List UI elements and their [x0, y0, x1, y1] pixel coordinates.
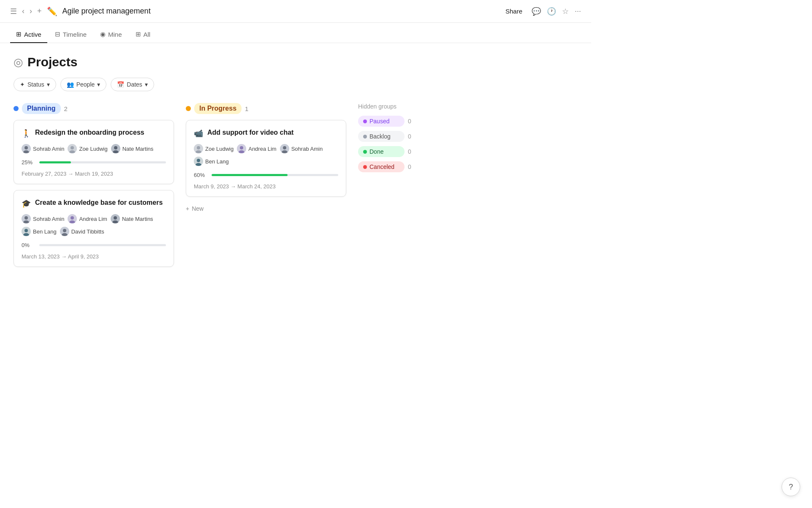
assignee2-andrea-name: Andrea Lim: [79, 216, 107, 222]
card2-progress-bar-bg: [39, 244, 166, 246]
card-icon-grad: 🎓: [22, 199, 31, 208]
done-dot: [363, 150, 367, 154]
card-redesign-onboarding[interactable]: 🚶 Redesign the onboarding process Sohrab: [14, 120, 174, 184]
avatar-nate: [111, 144, 120, 153]
avatar2-andrea: [68, 214, 77, 223]
progress-pct: 25%: [22, 159, 35, 166]
people-filter-button[interactable]: 👥 People ▾: [60, 78, 107, 91]
assignee2-sohrab: Sohrab Amin: [22, 214, 64, 223]
svg-point-1: [24, 146, 28, 149]
card3-progress-bar-fill: [212, 174, 288, 176]
avatar3-ben: [194, 157, 203, 166]
card-knowledge-base[interactable]: 🎓 Create a knowledge base for customers …: [14, 190, 174, 267]
card-video-chat[interactable]: 📹 Add support for video chat Zoe Ludwig: [186, 120, 346, 197]
projects-title: Projects: [27, 55, 77, 69]
canceled-badge[interactable]: Canceled: [358, 161, 405, 172]
avatar3-andrea: [237, 144, 246, 153]
avatar2-ben: [22, 227, 31, 236]
assignee2-david: David Tibbitts: [60, 227, 104, 236]
canceled-label: Canceled: [369, 163, 394, 170]
assignee3-ben-name: Ben Lang: [205, 158, 229, 165]
tabs: ⊞ Active ⊟ Timeline ◉ Mine ⊞ All: [0, 23, 591, 43]
status-filter-button[interactable]: ✦ Status ▾: [14, 78, 56, 91]
board: Planning 2 🚶 Redesign the onboarding pro…: [14, 103, 578, 273]
app-icon: ✏️: [47, 6, 57, 16]
svg-point-22: [63, 229, 66, 232]
avatar-zoe: [68, 144, 77, 153]
filter-bar: ✦ Status ▾ 👥 People ▾ 📅 Dates ▾: [14, 78, 578, 91]
assignee-nate: Nate Martins: [111, 144, 154, 153]
avatar2-sohrab: [22, 214, 31, 223]
history-icon[interactable]: 🕐: [547, 7, 556, 16]
backlog-dot: [363, 135, 367, 139]
paused-badge[interactable]: Paused: [358, 116, 405, 127]
tab-mine[interactable]: ◉ Mine: [94, 26, 128, 43]
menu-icon[interactable]: ☰: [10, 7, 17, 16]
planning-status-dot: [14, 106, 19, 111]
new-button-inprogress[interactable]: + New: [186, 203, 346, 215]
tab-active-icon: ⊞: [16, 30, 22, 38]
dates-filter-chevron: ▾: [145, 81, 148, 88]
svg-point-19: [24, 229, 28, 232]
hidden-groups-title: Hidden groups: [358, 103, 443, 110]
avatar2-nate: [111, 214, 120, 223]
assignee3-zoe-name: Zoe Ludwig: [205, 146, 234, 152]
svg-point-28: [240, 146, 243, 149]
paused-count: 0: [408, 118, 411, 125]
assignee2-sohrab-name: Sohrab Amin: [33, 216, 64, 222]
inprogress-status-dot: [186, 106, 191, 111]
card2-date-range: March 13, 2023 → April 9, 2023: [22, 253, 166, 260]
paused-label: Paused: [369, 118, 389, 125]
page-header-icon: ◎: [14, 56, 23, 69]
dates-filter-icon: 📅: [117, 81, 124, 88]
back-icon[interactable]: ‹: [22, 7, 24, 16]
assignee-zoe-name: Zoe Ludwig: [79, 146, 107, 152]
new-button-icon: +: [186, 205, 189, 212]
card-date-range: February 27, 2023 → March 19, 2023: [22, 171, 166, 177]
more-icon[interactable]: ···: [575, 7, 581, 16]
tab-all[interactable]: ⊞ All: [130, 26, 157, 43]
star-icon[interactable]: ☆: [562, 7, 569, 16]
page-header: ◎ Projects: [14, 55, 578, 69]
card3-date-range: March 9, 2023 → March 24, 2023: [194, 183, 338, 190]
forward-icon[interactable]: ›: [30, 7, 32, 16]
people-filter-icon: 👥: [67, 81, 74, 88]
card-title-knowledge: Create a knowledge base for customers: [35, 198, 163, 207]
paused-dot: [363, 120, 367, 123]
backlog-badge[interactable]: Backlog: [358, 131, 405, 142]
people-filter-label: People: [76, 81, 95, 88]
avatar2-david: [60, 227, 69, 236]
card-title-redesign: Redesign the onboarding process: [35, 128, 144, 137]
comment-icon[interactable]: 💬: [532, 7, 541, 16]
dates-filter-label: Dates: [127, 81, 142, 88]
card-icon-video: 📹: [194, 129, 203, 138]
column-header-inprogress: In Progress 1: [186, 103, 346, 114]
status-filter-chevron: ▾: [47, 81, 50, 88]
tab-active[interactable]: ⊞ Active: [10, 26, 47, 43]
assignee3-andrea-name: Andrea Lim: [248, 146, 276, 152]
tab-active-label: Active: [24, 31, 41, 38]
column-planning: Planning 2 🚶 Redesign the onboarding pro…: [14, 103, 174, 273]
top-bar-right: Share 💬 🕐 ☆ ···: [502, 6, 581, 16]
svg-point-25: [197, 146, 200, 149]
done-label: Done: [369, 148, 383, 155]
add-icon[interactable]: +: [37, 7, 42, 16]
planning-label: Planning: [22, 103, 61, 114]
tab-mine-label: Mine: [108, 31, 122, 38]
status-filter-icon: ✦: [20, 81, 25, 88]
tab-timeline[interactable]: ⊟ Timeline: [49, 26, 92, 43]
dates-filter-button[interactable]: 📅 Dates ▾: [111, 78, 154, 91]
assignee3-sohrab: Sohrab Amin: [280, 144, 323, 153]
assignee-zoe: Zoe Ludwig: [68, 144, 107, 153]
assignee-sohrab-name: Sohrab Amin: [33, 146, 64, 152]
share-button[interactable]: Share: [502, 6, 526, 16]
column-header-planning: Planning 2: [14, 103, 174, 114]
inprogress-count: 1: [245, 105, 248, 112]
card-assignees: Sohrab Amin Zoe Ludwig: [22, 144, 166, 153]
done-badge[interactable]: Done: [358, 146, 405, 157]
card2-progress-pct: 0%: [22, 242, 35, 248]
page-title: Agile project management: [62, 7, 151, 16]
hidden-group-paused: Paused 0: [358, 116, 443, 127]
top-bar: ☰ ‹ › + ✏️ Agile project management Shar…: [0, 0, 591, 23]
svg-point-13: [71, 216, 74, 220]
